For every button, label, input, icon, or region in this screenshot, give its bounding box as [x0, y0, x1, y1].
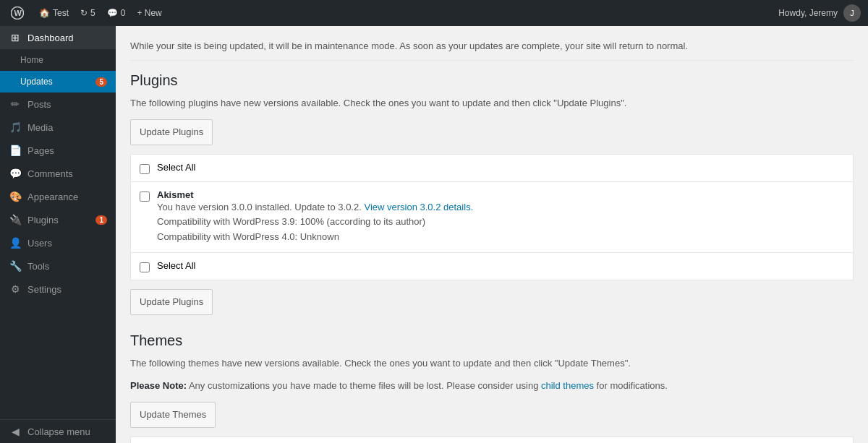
sidebar-item-pages[interactable]: 📄 Pages: [0, 139, 116, 162]
maintenance-note: While your site is being updated, it wil…: [130, 40, 854, 61]
admin-bar: W 🏠 Test ↻ 5 💬 0 + New Howdy, Jeremy J: [0, 0, 868, 26]
sidebar-item-settings[interactable]: ⚙ Settings: [0, 278, 116, 301]
sidebar-item-home[interactable]: Home: [0, 49, 116, 71]
sidebar-pages-label: Pages: [27, 145, 107, 156]
sidebar-item-posts[interactable]: ✏ Posts: [0, 93, 116, 116]
appearance-icon: 🎨: [9, 191, 22, 202]
sidebar-item-users[interactable]: 👤 Users: [0, 231, 116, 254]
plugin-details: You have version 3.0.0 installed. Update…: [157, 200, 473, 245]
updates-badge: 5: [95, 77, 107, 87]
select-all-checkbox-bottom[interactable]: [140, 262, 150, 272]
themes-note: Please Note: Any customizations you have…: [130, 379, 854, 393]
updates-item[interactable]: ↻ 5: [80, 8, 95, 18]
plugins-description: The following plugins have new versions …: [130, 96, 854, 111]
comments-count: 0: [121, 8, 126, 18]
plugin-name: Akismet: [157, 189, 473, 200]
sidebar-plugins-label: Plugins: [27, 215, 90, 225]
themes-description: The following themes have new versions a…: [130, 356, 854, 371]
comments-item[interactable]: 💬 0: [107, 8, 126, 18]
settings-icon: ⚙: [9, 283, 22, 295]
sidebar-comments-label: Comments: [27, 168, 107, 179]
themes-note-text: Any customizations you have made to them…: [189, 380, 541, 391]
update-themes-button[interactable]: Update Themes: [130, 402, 216, 428]
update-plugins-button-bottom[interactable]: Update Plugins: [130, 289, 213, 315]
plugin-version-link[interactable]: View version 3.0.2 details.: [364, 202, 473, 212]
sidebar-appearance-label: Appearance: [27, 192, 107, 202]
sidebar-item-appearance[interactable]: 🎨 Appearance: [0, 185, 116, 208]
child-themes-link[interactable]: child themes: [541, 380, 594, 391]
site-name-item[interactable]: 🏠 Test: [39, 8, 69, 18]
users-icon: 👤: [9, 237, 22, 249]
sidebar-item-label: Dashboard: [27, 33, 107, 43]
new-item[interactable]: + New: [137, 8, 161, 18]
themes-note-bold: Please Note:: [130, 380, 187, 391]
themes-table: Select All Twenty Fourteen: [130, 436, 854, 443]
plugins-section: Plugins The following plugins have new v…: [130, 72, 854, 315]
sidebar-item-collapse[interactable]: ◀ Collapse menu: [0, 419, 116, 443]
sidebar-item-updates[interactable]: Updates 5: [0, 71, 116, 93]
themes-section: Themes The following themes have new ver…: [130, 332, 854, 443]
plugins-icon: 🔌: [9, 214, 22, 225]
select-all-top: Select All: [131, 155, 853, 182]
sidebar-item-tools[interactable]: 🔧 Tools: [0, 254, 116, 278]
plugin-version-text: You have version 3.0.0 installed. Update…: [157, 202, 362, 212]
maintenance-note-text: While your site is being updated, it wil…: [130, 40, 688, 51]
themes-title: Themes: [130, 332, 854, 349]
pages-icon: 📄: [9, 145, 22, 156]
sidebar-users-label: Users: [27, 238, 107, 249]
themes-select-all-row: Select All: [131, 437, 853, 443]
dashboard-icon: ⊞: [9, 32, 22, 43]
plugin-compat2: Compatibility with WordPress 4.0: Unknow…: [157, 231, 339, 242]
updates-icon: ↻: [80, 8, 88, 18]
new-label: + New: [137, 8, 161, 18]
akismet-checkbox[interactable]: [140, 192, 150, 202]
update-plugins-button-top[interactable]: Update Plugins: [130, 119, 213, 145]
plugin-info: Akismet You have version 3.0.0 installed…: [157, 189, 473, 245]
media-icon: 🎵: [9, 121, 22, 133]
svg-text:W: W: [14, 9, 22, 17]
sidebar-item-plugins[interactable]: 🔌 Plugins 1: [0, 208, 116, 231]
main-layout: ⊞ Dashboard Home Updates 5 ✏ Posts 🎵 Med…: [0, 26, 868, 443]
plugins-select-all-top-row: Select All Akismet You have version 3.0.…: [130, 154, 854, 280]
plugin-row-akismet: Akismet You have version 3.0.0 installed…: [131, 182, 853, 253]
select-all-checkbox-top[interactable]: [140, 164, 150, 174]
themes-note-end: for modifications.: [597, 380, 668, 391]
sidebar-collapse-label: Collapse menu: [27, 426, 107, 437]
select-all-bottom-label: Select All: [157, 260, 195, 271]
posts-icon: ✏: [9, 98, 22, 110]
plugins-title: Plugins: [130, 72, 854, 89]
comments-sidebar-icon: 💬: [9, 168, 22, 179]
tools-icon: 🔧: [9, 260, 22, 272]
select-all-top-label: Select All: [157, 162, 195, 173]
plugin-compat1: Compatibility with WordPress 3.9: 100% (…: [157, 216, 425, 227]
comments-icon: 💬: [107, 8, 118, 18]
home-icon: 🏠: [39, 8, 50, 18]
sidebar-item-comments[interactable]: 💬 Comments: [0, 162, 116, 185]
select-all-bottom: Select All: [131, 253, 853, 280]
sidebar-item-media[interactable]: 🎵 Media: [0, 116, 116, 139]
sidebar-home-label: Home: [20, 55, 107, 65]
sidebar-settings-label: Settings: [27, 284, 107, 295]
sidebar-posts-label: Posts: [27, 99, 107, 110]
plugins-badge: 1: [95, 215, 107, 225]
collapse-icon: ◀: [9, 426, 22, 437]
avatar[interactable]: J: [843, 4, 861, 22]
sidebar: ⊞ Dashboard Home Updates 5 ✏ Posts 🎵 Med…: [0, 26, 116, 443]
sidebar-media-label: Media: [27, 122, 107, 133]
sidebar-tools-label: Tools: [27, 261, 107, 272]
site-name-label: Test: [53, 8, 69, 18]
wp-logo-icon[interactable]: W: [7, 3, 27, 23]
admin-bar-right: Howdy, Jeremy J: [778, 4, 861, 22]
sidebar-item-dashboard[interactable]: ⊞ Dashboard: [0, 26, 116, 49]
sidebar-updates-label: Updates: [20, 77, 90, 87]
updates-count: 5: [90, 8, 95, 18]
greeting-text: Howdy, Jeremy: [778, 8, 838, 18]
content-area: While your site is being updated, it wil…: [116, 26, 868, 443]
